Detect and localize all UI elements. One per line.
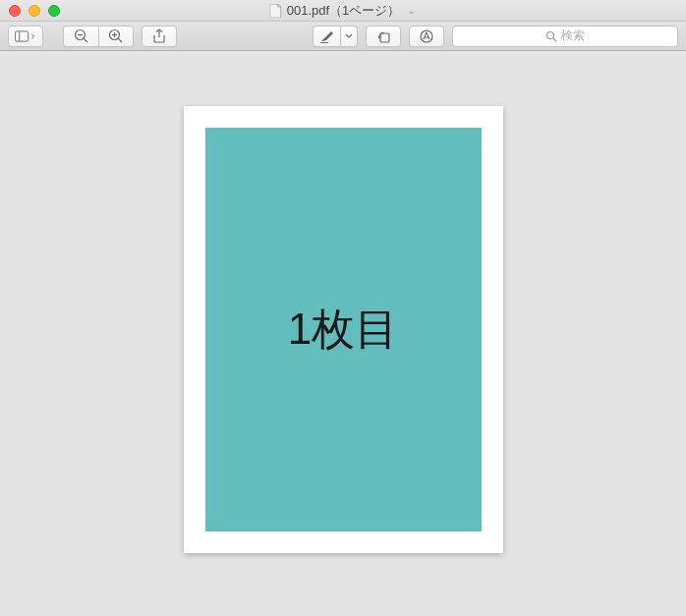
zoom-controls: [63, 26, 134, 47]
document-icon: [270, 4, 282, 18]
zoom-in-icon: [108, 28, 124, 44]
sidebar-icon: [15, 29, 36, 43]
pdf-page: 1枚目: [184, 106, 503, 553]
highlight-icon: [319, 29, 335, 43]
share-icon: [152, 28, 166, 44]
page-text: 1枚目: [288, 301, 398, 359]
svg-line-13: [553, 37, 556, 40]
page-content-area: 1枚目: [205, 128, 482, 532]
zoom-in-button[interactable]: [98, 26, 134, 47]
share-button[interactable]: [142, 26, 177, 47]
zoom-out-icon: [74, 28, 89, 44]
maximize-button[interactable]: [48, 5, 60, 17]
window-controls: [9, 5, 60, 17]
highlight-button[interactable]: [313, 26, 340, 47]
svg-line-3: [84, 38, 87, 42]
document-canvas[interactable]: 1枚目: [0, 51, 686, 616]
zoom-out-button[interactable]: [63, 26, 98, 47]
search-placeholder: 検索: [561, 28, 585, 44]
search-field[interactable]: 検索: [452, 26, 678, 47]
rotate-icon: [375, 29, 391, 43]
window-title-group[interactable]: 001.pdf（1ページ） ⌄: [270, 2, 417, 20]
svg-line-6: [118, 38, 122, 42]
rotate-button[interactable]: [366, 26, 401, 47]
search-icon: [545, 30, 557, 42]
chevron-down-icon: [345, 33, 353, 39]
toolbar: 検索: [0, 22, 686, 51]
highlight-dropdown: [313, 26, 358, 47]
highlight-menu-button[interactable]: [340, 26, 358, 47]
minimize-button[interactable]: [29, 5, 40, 17]
close-button[interactable]: [9, 5, 21, 17]
svg-point-12: [547, 31, 554, 38]
markup-icon: [419, 28, 434, 44]
markup-button[interactable]: [409, 26, 444, 47]
svg-rect-0: [15, 30, 28, 40]
sidebar-toggle-button[interactable]: [8, 26, 43, 47]
chevron-down-icon: ⌄: [408, 6, 416, 16]
window-title: 001.pdf（1ページ）: [287, 2, 401, 20]
svg-rect-10: [380, 33, 389, 42]
titlebar: 001.pdf（1ページ） ⌄: [0, 0, 686, 22]
